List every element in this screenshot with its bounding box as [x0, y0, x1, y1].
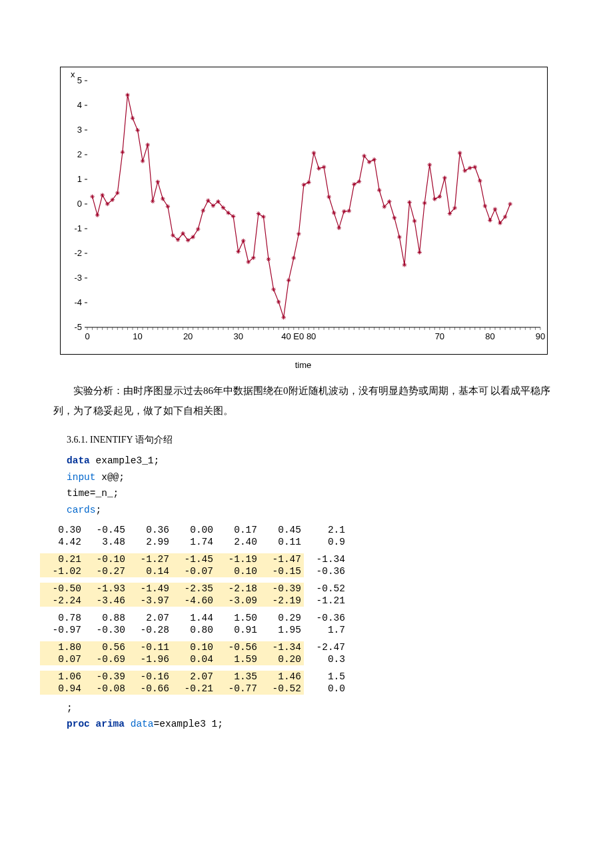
keyword-proc-arima: proc arima	[67, 719, 131, 729]
table-row: 0.780.882.071.441.500.29-0.36	[40, 612, 348, 624]
x-axis: 010203040 E0 80708090	[85, 327, 545, 341]
table-row: 1.800.56-0.110.10-0.56-1.34-2.47	[40, 641, 348, 653]
y-axis: -5-4-3-2-1012345	[74, 75, 87, 332]
analysis-paragraph: 实验分析：由时序图显示过去86年中数据围绕在0附近随机波动，没有明显趋势或周期，…	[53, 381, 566, 421]
x-axis-label: time	[60, 360, 546, 370]
svg-text:-1: -1	[74, 223, 82, 233]
sas-code-block-1: data example3_1; input x@@; time=_n_; ca…	[67, 453, 586, 519]
svg-text:40 E0 80: 40 E0 80	[281, 331, 316, 341]
table-row: 0.07-0.69-1.960.041.590.200.3	[40, 653, 348, 665]
svg-text:80: 80	[485, 331, 494, 341]
svg-text:10: 10	[133, 331, 142, 341]
table-row: 0.30-0.450.360.000.170.452.1	[40, 524, 348, 536]
svg-text:5: 5	[77, 75, 82, 85]
table-row: 0.21-0.10-1.27-1.45-1.19-1.47-1.34	[40, 553, 348, 565]
code-line-time: time=_n_;	[67, 488, 119, 499]
svg-text:4: 4	[77, 100, 82, 110]
table-row: -2.24-3.46-3.97-4.60-3.09-2.19-1.21	[40, 595, 348, 607]
svg-text:-4: -4	[74, 297, 82, 307]
svg-text:70: 70	[435, 331, 444, 341]
table-row: 1.06-0.39-0.162.071.351.461.5	[40, 671, 348, 683]
section-heading: 3.6.1. INENTIFY 语句介绍	[67, 434, 586, 446]
table-row: -1.02-0.270.14-0.070.10-0.15-0.36	[40, 565, 348, 577]
option-cards: cards	[67, 505, 96, 515]
table-row: 0.94-0.08-0.66-0.21-0.77-0.520.0	[40, 683, 348, 695]
time-series-chart: x -5-4-3-2-1012345 010203040 E0 80708090	[60, 67, 548, 355]
table-row: -0.97-0.30-0.280.800.911.951.7	[40, 624, 348, 636]
table-row: 4.423.482.991.742.400.110.9	[40, 536, 348, 548]
svg-text:-5: -5	[74, 322, 82, 332]
svg-text:0: 0	[77, 199, 82, 209]
svg-text:20: 20	[183, 331, 193, 341]
svg-text:30: 30	[233, 331, 243, 341]
chart-svg: x -5-4-3-2-1012345 010203040 E0 80708090	[61, 67, 547, 354]
data-series-line	[93, 95, 510, 317]
sas-code-block-2: ; proc arima data=example3 1;	[67, 700, 586, 733]
svg-text:0: 0	[85, 331, 89, 341]
svg-text:2: 2	[77, 149, 82, 159]
y-axis-label: x	[71, 69, 75, 79]
data-values-table: 0.30-0.450.360.000.170.452.14.423.482.99…	[40, 524, 348, 695]
svg-text:90: 90	[536, 331, 545, 341]
svg-text:3: 3	[77, 125, 82, 135]
svg-text:-2: -2	[74, 248, 82, 258]
option-input: input	[67, 472, 96, 483]
code-semicolon: ;	[67, 703, 73, 713]
keyword-data: data	[67, 455, 90, 466]
svg-text:1: 1	[77, 174, 82, 184]
table-row: -0.50-1.93-1.49-2.35-2.18-0.39-0.52	[40, 583, 348, 595]
svg-text:-3: -3	[74, 273, 82, 283]
